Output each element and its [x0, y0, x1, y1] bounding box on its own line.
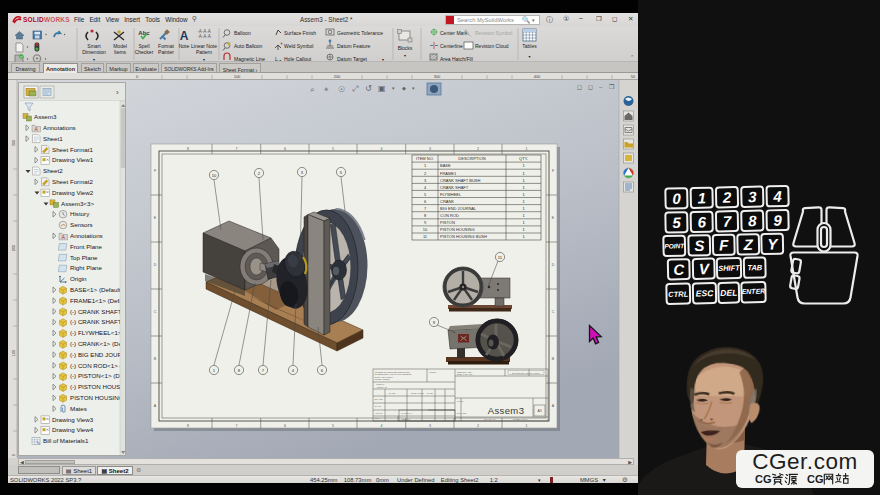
svg-text:300: 300: [11, 139, 16, 146]
svg-text:11: 11: [498, 255, 503, 260]
svg-text:Z: Z: [743, 236, 754, 253]
svg-text:4: 4: [381, 424, 383, 428]
svg-text:▾: ▾: [203, 57, 205, 62]
svg-text:D: D: [552, 263, 555, 267]
svg-text:Dimension: Dimension: [82, 49, 106, 55]
svg-text:Sheet Format2: Sheet Format2: [52, 178, 93, 185]
svg-text:6: 6: [697, 213, 706, 230]
svg-text:DATE: DATE: [427, 392, 433, 394]
svg-text:1: 1: [697, 189, 706, 206]
svg-text:8: 8: [187, 147, 189, 151]
svg-text:SIGNATURE: SIGNATURE: [411, 392, 424, 394]
svg-text:PISTON HOUSING BUSH: PISTON HOUSING BUSH: [440, 234, 487, 239]
svg-text:Annotations: Annotations: [43, 124, 76, 131]
svg-text:(-) PISTON<1> (Defa: (-) PISTON<1> (Defa: [70, 372, 126, 379]
svg-text:Geometric Tolerance: Geometric Tolerance: [337, 30, 383, 36]
svg-text:400: 400: [534, 74, 541, 79]
svg-text:Sheet2: Sheet2: [43, 167, 63, 174]
svg-text:3: 3: [429, 424, 431, 428]
svg-text:Tables: Tables: [522, 43, 537, 49]
svg-text:0: 0: [672, 190, 681, 207]
svg-text:C: C: [154, 310, 157, 314]
svg-text:Annotations: Annotations: [70, 232, 103, 239]
svg-text:Sensors: Sensors: [70, 221, 93, 228]
svg-text:1: 1: [526, 147, 528, 151]
svg-text:(-) CRANK SHAFT<1: (-) CRANK SHAFT<1: [70, 318, 126, 325]
svg-text:Sheet Format1: Sheet Format1: [52, 146, 93, 153]
svg-text:PISTON: PISTON: [440, 220, 455, 225]
svg-text:5: 5: [672, 214, 681, 231]
svg-text:TOLERANCES:: TOLERANCES:: [375, 378, 391, 380]
svg-text:Note: Note: [179, 43, 190, 49]
svg-text:BIG END JOURNAL: BIG END JOURNAL: [440, 206, 477, 211]
svg-text:7: 7: [236, 424, 238, 428]
svg-text:Pattern: Pattern: [196, 49, 212, 55]
svg-text:DRAWN: DRAWN: [375, 398, 384, 400]
svg-text:ENTER: ENTER: [742, 287, 766, 294]
svg-text:▾: ▾: [93, 57, 95, 62]
svg-text:50: 50: [631, 74, 636, 79]
svg-text:Surface Finish: Surface Finish: [284, 30, 316, 36]
svg-text:CON ROD: CON ROD: [440, 213, 459, 218]
svg-text:8: 8: [187, 424, 189, 428]
svg-text:POINT: POINT: [664, 242, 685, 249]
svg-text:Top Plane: Top Plane: [70, 254, 98, 261]
svg-text:10: 10: [212, 173, 217, 178]
svg-text:200: 200: [334, 74, 341, 79]
svg-text:TITLE:: TITLE:: [457, 400, 464, 402]
svg-text:6: 6: [284, 424, 286, 428]
svg-text:5: 5: [332, 424, 334, 428]
svg-text:10: 10: [423, 227, 428, 232]
svg-text:Auto Balloon: Auto Balloon: [234, 43, 263, 49]
svg-text:◻: ◻: [588, 84, 593, 90]
svg-text:FRAME1<1> (Defaul: FRAME1<1> (Defaul: [70, 297, 126, 304]
svg-text:3: 3: [429, 147, 431, 151]
svg-text:Assem3<3>: Assem3<3>: [61, 200, 94, 207]
svg-text:(-) PISTON HOUSING: (-) PISTON HOUSING: [70, 383, 126, 390]
svg-text:CTRL: CTRL: [668, 290, 689, 299]
svg-text:(-) FLYWHEEL<1> (D: (-) FLYWHEEL<1> (D: [70, 329, 126, 336]
svg-text:TAB: TAB: [747, 263, 763, 272]
svg-text:DESCRIPTION: DESCRIPTION: [458, 156, 485, 161]
svg-text:(-) CRANK<1> (Defa: (-) CRANK<1> (Defa: [70, 340, 126, 347]
svg-text:CG: CG: [807, 473, 824, 485]
svg-text:Weld Symbol: Weld Symbol: [284, 43, 313, 49]
svg-text:Drawing View1: Drawing View1: [52, 156, 94, 163]
svg-text:FLYWHEEL: FLYWHEEL: [440, 192, 462, 197]
svg-text:Revision Cloud: Revision Cloud: [475, 43, 509, 49]
svg-text:·A·A·A: ·A·A·A: [197, 34, 211, 39]
svg-text:BREAK SHARP: BREAK SHARP: [457, 373, 473, 375]
svg-text:Balloon: Balloon: [234, 30, 251, 36]
svg-text:4: 4: [381, 147, 383, 151]
svg-text:8: 8: [748, 212, 757, 229]
svg-text:Drawing View4: Drawing View4: [52, 426, 94, 433]
svg-text:Abc: Abc: [138, 30, 150, 36]
svg-text:Right Plane: Right Plane: [70, 264, 103, 271]
svg-text:▾: ▾: [528, 54, 530, 59]
svg-text:2: 2: [477, 424, 479, 428]
svg-text:❐: ❐: [609, 84, 615, 90]
svg-text:Items: Items: [114, 49, 127, 55]
svg-text:Datum Feature: Datum Feature: [337, 43, 371, 49]
svg-text:Origin: Origin: [70, 275, 87, 282]
svg-text:Centerline: Centerline: [440, 43, 463, 49]
svg-text:CRANK SHAFT: CRANK SHAFT: [440, 185, 469, 190]
svg-text:Sheet1: Sheet1: [43, 135, 63, 142]
svg-text:(-) BIG END JOURNA: (-) BIG END JOURNA: [70, 351, 126, 358]
svg-text:◻: ◻: [577, 84, 582, 90]
svg-text:Mates: Mates: [70, 405, 87, 412]
svg-text:⤢: ⤢: [352, 84, 359, 93]
svg-text:WEIGHT:: WEIGHT:: [401, 418, 411, 420]
svg-text:D: D: [154, 263, 157, 267]
svg-text:BASE<1> (Default) <: BASE<1> (Default) <: [70, 286, 126, 293]
svg-text:9: 9: [773, 212, 782, 229]
svg-text:300: 300: [434, 74, 441, 79]
svg-text:1: 1: [526, 424, 528, 428]
svg-text:ESC: ESC: [696, 288, 715, 298]
svg-text:APPV'D: APPV'D: [375, 412, 383, 414]
svg-text:PISTON HOUSING BI: PISTON HOUSING BI: [70, 394, 126, 401]
svg-text:A: A: [180, 29, 189, 43]
svg-text:F: F: [719, 236, 729, 253]
svg-text:0: 0: [136, 74, 139, 79]
svg-text:MFG: MFG: [375, 417, 380, 419]
